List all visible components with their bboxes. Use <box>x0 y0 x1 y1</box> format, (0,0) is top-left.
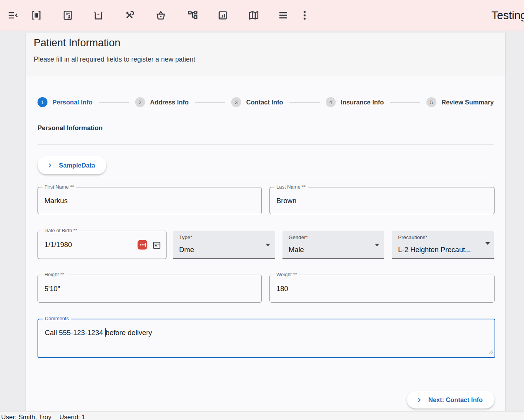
more-vert-icon[interactable] <box>299 10 310 21</box>
analytics-icon[interactable] <box>217 10 229 21</box>
barcode-icon[interactable] <box>31 10 42 21</box>
date-of-birth-value: 1/1/1980 <box>44 241 72 249</box>
divider <box>38 144 494 145</box>
status-userid: Userid: 1 <box>59 413 85 420</box>
sample-data-button[interactable]: SampleData <box>38 156 106 174</box>
step-number: 1 <box>38 97 47 107</box>
gender-select[interactable]: Gender* Male <box>282 231 384 259</box>
dropdown-arrow-icon <box>375 244 379 246</box>
chevron-right-icon <box>416 397 423 403</box>
card-header: Patient Information Please fill in all r… <box>26 33 505 77</box>
tools-icon[interactable] <box>124 10 135 21</box>
height-field[interactable]: Height ** 5'10" <box>38 275 262 303</box>
page-title: Patient Information <box>34 37 121 49</box>
last-name-value: Brown <box>276 197 296 205</box>
step-number: 5 <box>426 97 436 107</box>
patient-record-icon[interactable] <box>62 10 73 21</box>
status-bar: User: Smith, Troy Userid: 1 <box>0 411 524 420</box>
step-label: Review Summary <box>441 99 494 106</box>
date-of-birth-label: Date of Birth ** <box>42 228 79 233</box>
step-label: Insurance Info <box>341 99 384 106</box>
step-contact-info[interactable]: 3 Contact Info <box>231 97 283 107</box>
last-name-label: Last Name ** <box>274 184 308 190</box>
page-subtitle: Please fill in all required fields to re… <box>34 55 195 63</box>
menu-open-icon[interactable] <box>7 10 19 21</box>
app-title: Testing <box>491 9 524 22</box>
height-value: 5'10" <box>44 285 60 293</box>
first-name-field[interactable]: First Name ** Markus <box>38 187 262 214</box>
basket-icon[interactable] <box>155 10 167 21</box>
weight-label: Weight ** <box>274 272 299 277</box>
next-contact-info-button[interactable]: Next: Contact Info <box>407 391 495 409</box>
precautions-value: L-2 Heighten Precaut... <box>398 246 471 254</box>
dropdown-arrow-icon <box>266 244 270 246</box>
step-number: 2 <box>135 97 145 107</box>
last-name-field[interactable]: Last Name ** Brown <box>269 187 495 214</box>
dropdown-arrow-icon <box>485 242 490 245</box>
step-review-summary[interactable]: 5 Review Summary <box>426 97 494 107</box>
step-personal-info[interactable]: 1 Personal Info <box>38 97 93 107</box>
weight-value: 180 <box>276 285 288 293</box>
calendar-icon[interactable] <box>152 240 162 250</box>
step-connector <box>195 102 225 103</box>
type-select[interactable]: Type* Dme <box>173 231 275 259</box>
type-label: Type* <box>179 234 193 240</box>
step-label: Contact Info <box>246 99 283 106</box>
height-label: Height ** <box>42 272 66 277</box>
date-of-birth-field[interactable]: Date of Birth ** 1/1/1980 <box>38 231 167 259</box>
step-connector <box>289 102 320 103</box>
sample-data-label: SampleData <box>59 162 95 169</box>
gender-label: Gender* <box>289 234 308 240</box>
step-address-info[interactable]: 2 Address Info <box>135 97 189 107</box>
box-icon[interactable] <box>93 10 104 21</box>
precautions-select[interactable]: Precautions* L-2 Heighten Precaut... <box>392 231 494 259</box>
weight-field[interactable]: Weight ** 180 <box>269 275 495 303</box>
top-toolbar: Testing <box>0 0 524 31</box>
divider <box>38 177 494 177</box>
map-icon[interactable] <box>248 10 260 21</box>
step-connector <box>99 102 129 103</box>
first-name-label: First Name ** <box>42 184 76 190</box>
first-name-value: Markus <box>44 197 68 205</box>
section-title: Personal Information <box>38 124 103 132</box>
next-button-label: Next: Contact Info <box>428 396 483 404</box>
type-value: Dme <box>179 246 194 254</box>
step-connector <box>390 102 420 103</box>
menu-icon[interactable] <box>278 10 289 21</box>
schema-icon[interactable] <box>187 10 198 21</box>
divider <box>38 382 494 382</box>
comments-value: Call 555-123-1234 before delivery <box>45 328 152 337</box>
step-number: 4 <box>326 97 336 107</box>
precautions-label: Precautions* <box>398 234 428 240</box>
date-input-icon[interactable] <box>137 240 147 250</box>
step-label: Address Info <box>150 99 189 106</box>
stepper: 1 Personal Info 2 Address Info 3 Contact… <box>38 95 494 109</box>
gender-value: Male <box>289 246 304 254</box>
chevron-right-icon <box>47 162 53 169</box>
patient-form-card: Patient Information Please fill in all r… <box>26 33 505 411</box>
step-insurance-info[interactable]: 4 Insurance Info <box>326 97 384 107</box>
comments-textarea[interactable]: Comments Call 555-123-1234 before delive… <box>38 319 495 358</box>
status-user: User: Smith, Troy <box>1 413 51 420</box>
step-number: 3 <box>231 97 241 107</box>
step-label: Personal Info <box>52 99 93 106</box>
resize-handle-icon[interactable] <box>488 349 493 356</box>
comments-label: Comments <box>43 316 71 321</box>
